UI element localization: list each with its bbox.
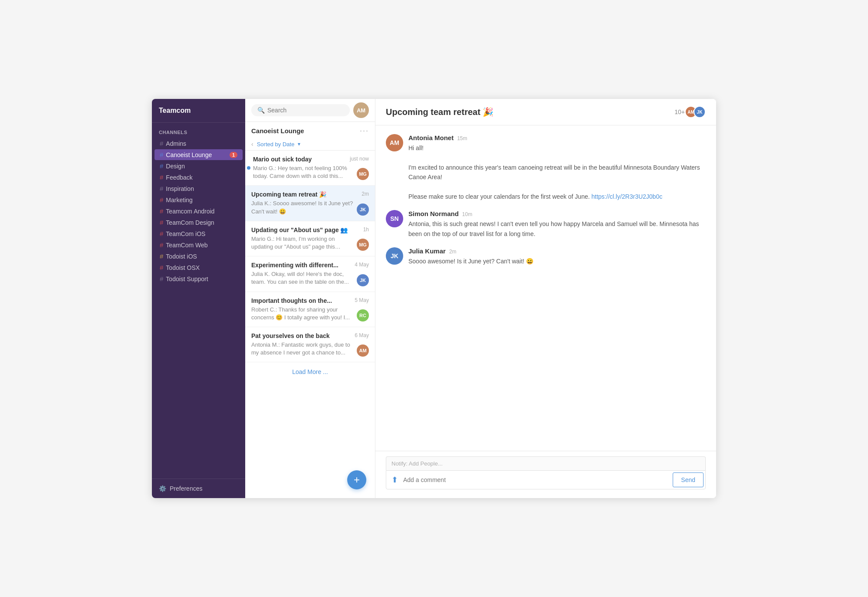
message-author: Julia Kumar xyxy=(408,247,446,255)
sidebar-channel-item[interactable]: #Canoeist Lounge1 xyxy=(155,149,243,160)
channel-name: TeamCom Design xyxy=(166,219,214,226)
message-text: Soooo awesome! Is it June yet? Can't wai… xyxy=(408,256,533,266)
channel-panel: 🔍 AM Canoeist Lounge ··· ‹ Sorted by Dat… xyxy=(245,99,375,498)
thread-item[interactable]: Updating our "About us" page 👥1hMario G.… xyxy=(245,221,375,256)
thread-title: Experimenting with different... xyxy=(251,262,351,269)
thread-time: just now xyxy=(350,156,369,162)
thread-avatar: AM xyxy=(357,344,369,357)
hash-icon: # xyxy=(160,174,163,181)
channel-name: TeamCom Web xyxy=(166,242,207,249)
thread-preview-row: Julia K. Okay, will do! Here's the doc, … xyxy=(251,270,369,286)
hash-icon: # xyxy=(160,219,163,226)
thread-time: 4 May xyxy=(355,262,369,268)
avatar: SN xyxy=(386,210,403,227)
message-link[interactable]: https://cl.ly/2R3r3U2J0b0c xyxy=(592,193,662,200)
message-time: 2m xyxy=(449,249,457,255)
hash-icon: # xyxy=(160,196,163,203)
user-avatar[interactable]: AM xyxy=(353,102,369,118)
thread-time: 1h xyxy=(363,226,369,233)
hash-icon: # xyxy=(160,264,163,271)
load-more-button[interactable]: Load More ... xyxy=(245,362,375,381)
members-avatars: AM JK xyxy=(688,106,706,118)
sidebar-channel-item[interactable]: #Admins xyxy=(155,138,243,149)
comment-bar: ⬆ Send xyxy=(386,470,706,489)
thread-item-header: Mario out sick todayjust now xyxy=(253,156,369,163)
sidebar-channel-item[interactable]: #TeamCom Web xyxy=(155,239,243,250)
sidebar-channel-item[interactable]: #Todoist Support xyxy=(155,273,243,284)
thread-item[interactable]: Important thoughts on the...5 MayRobert … xyxy=(245,292,375,327)
search-input[interactable] xyxy=(267,107,344,114)
sidebar-channel-item[interactable]: #Inspiration xyxy=(155,183,243,194)
thread-preview: Julia K.: Soooo awesome! Is it June yet?… xyxy=(251,200,353,215)
sidebar-channel-item[interactable]: #TeamCom iOS xyxy=(155,228,243,239)
channel-name: Feedback xyxy=(166,174,192,181)
thread-item[interactable]: Upcoming team retreat 🎉2mJulia K.: Soooo… xyxy=(245,186,375,221)
thread-title: Updating our "About us" page 👥 xyxy=(251,226,360,233)
back-arrow[interactable]: ‹ xyxy=(251,141,253,148)
channel-name: Todoist iOS xyxy=(166,253,197,260)
thread-title: Important thoughts on the... xyxy=(251,297,351,304)
thread-item-header: Experimenting with different...4 May xyxy=(251,262,369,269)
message-content: Julia Kumar 2m Soooo awesome! Is it June… xyxy=(408,247,533,266)
thread-list: Mario out sick todayjust nowMario G.: He… xyxy=(245,151,375,498)
members-count: 10+ xyxy=(674,108,685,115)
message-text: Hi all! I'm excited to announce this yea… xyxy=(408,143,706,201)
thread-item-header: Important thoughts on the...5 May xyxy=(251,297,369,304)
app-title: Teamcom xyxy=(152,99,245,123)
gear-icon: ⚙️ xyxy=(159,485,166,492)
sort-label[interactable]: Sorted by Date xyxy=(257,141,295,148)
channel-name: Todoist Support xyxy=(166,276,208,282)
comment-input[interactable] xyxy=(403,472,671,488)
avatar: AM xyxy=(386,134,403,151)
thread-header: Upcoming team retreat 🎉 10+ AM JK xyxy=(375,99,716,125)
channel-header: Canoeist Lounge ··· xyxy=(245,122,375,138)
thread-item[interactable]: Mario out sick todayjust nowMario G.: He… xyxy=(245,151,375,186)
avatar: JK xyxy=(386,247,403,265)
thread-list-container: Mario out sick todayjust nowMario G.: He… xyxy=(245,151,375,498)
message-row: AM Antonia Monet 15m Hi all! I'm excited… xyxy=(386,134,706,201)
sidebar-channel-item[interactable]: #Marketing xyxy=(155,194,243,205)
hash-icon: # xyxy=(160,140,163,147)
thread-preview-row: Mario G.: Hi team, I'm working on updati… xyxy=(251,235,369,251)
message-author: Antonia Monet xyxy=(408,134,454,141)
channels-list: #Admins#Canoeist Lounge1#Design#Feedback… xyxy=(152,138,245,479)
thread-avatar: MG xyxy=(357,168,369,180)
thread-item[interactable]: Experimenting with different...4 MayJuli… xyxy=(245,256,375,292)
message-header: Simon Normand 10m xyxy=(408,210,706,217)
channel-name: Todoist OSX xyxy=(166,264,200,271)
thread-item[interactable]: Pat yourselves on the back6 MayAntonia M… xyxy=(245,327,375,362)
search-bar: 🔍 AM xyxy=(245,99,375,122)
new-thread-button[interactable]: + xyxy=(347,470,366,489)
thread-header-right: 10+ AM JK xyxy=(674,106,706,118)
sidebar-channel-item[interactable]: #Todoist OSX xyxy=(155,262,243,273)
channel-title: Canoeist Lounge xyxy=(251,127,304,134)
thread-item-header: Upcoming team retreat 🎉2m xyxy=(251,191,369,198)
thread-preview-row: Julia K.: Soooo awesome! Is it June yet?… xyxy=(251,200,369,215)
thread-preview: Mario G.: Hey team, not feeling 100% tod… xyxy=(253,164,353,180)
sidebar: Teamcom CHANNELS #Admins#Canoeist Lounge… xyxy=(152,99,245,498)
sidebar-channel-item[interactable]: #Teamcom Android xyxy=(155,206,243,216)
sidebar-channel-item[interactable]: #Feedback xyxy=(155,172,243,183)
message-row: JK Julia Kumar 2m Soooo awesome! Is it J… xyxy=(386,247,706,266)
message-row: SN Simon Normand 10m Antonia, this is su… xyxy=(386,210,706,239)
channel-name: TeamCom iOS xyxy=(166,230,205,237)
thread-avatar: RC xyxy=(357,309,369,321)
thread-item-header: Pat yourselves on the back6 May xyxy=(251,332,369,339)
channel-name: Admins xyxy=(166,140,186,147)
sort-chevron-icon: ▾ xyxy=(298,141,300,147)
thread-preview: Robert C.: Thanks for sharing your conce… xyxy=(251,306,353,321)
thread-item-header: Updating our "About us" page 👥1h xyxy=(251,226,369,233)
member-avatar-2: JK xyxy=(694,106,706,118)
upload-icon[interactable]: ⬆ xyxy=(386,471,403,489)
thread-view: Upcoming team retreat 🎉 10+ AM JK AM Ant… xyxy=(375,99,716,498)
message-time: 15m xyxy=(457,135,467,141)
channel-menu-button[interactable]: ··· xyxy=(360,126,369,135)
send-button[interactable]: Send xyxy=(673,472,704,487)
thread-avatar: MG xyxy=(357,239,369,251)
sidebar-channel-item[interactable]: #Design xyxy=(155,161,243,171)
preferences-button[interactable]: ⚙️ Preferences xyxy=(152,479,245,498)
sidebar-channel-item[interactable]: #TeamCom Design xyxy=(155,217,243,228)
messages-area: AM Antonia Monet 15m Hi all! I'm excited… xyxy=(375,125,716,451)
compose-area: Notify: Add People... ⬆ Send xyxy=(375,451,716,498)
sidebar-channel-item[interactable]: #Todoist iOS xyxy=(155,251,243,262)
